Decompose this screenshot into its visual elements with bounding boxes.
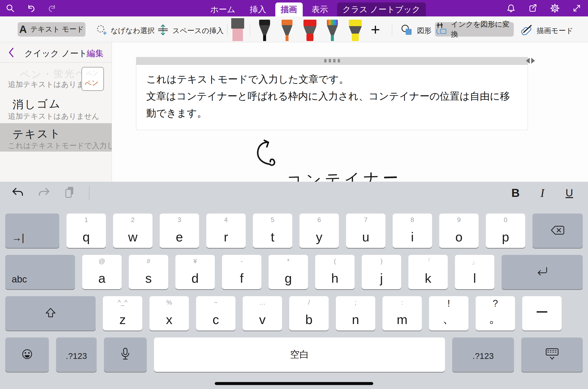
tab-insert[interactable]: 挿入 <box>244 2 272 16</box>
home-indicator[interactable] <box>215 382 373 385</box>
key-f[interactable]: -f <box>222 255 261 289</box>
key-j[interactable]: )j <box>362 255 401 289</box>
key-w[interactable]: 2w <box>113 214 152 248</box>
ink-arrow-drawing <box>246 136 281 170</box>
keyboard-accessory-bar: B I U <box>0 182 588 204</box>
key-comma[interactable]: !、 <box>429 296 468 331</box>
share-icon[interactable] <box>528 3 538 13</box>
tab-view[interactable]: 表示 <box>306 2 334 16</box>
key-a[interactable]: @a <box>82 255 122 289</box>
lasso-icon <box>95 24 107 38</box>
eraser-tool[interactable] <box>229 18 246 42</box>
rainbow-pen-tool[interactable] <box>323 20 342 42</box>
key-k[interactable]: 「k <box>408 255 448 289</box>
emoji-smiley-icon <box>21 348 34 362</box>
space-key[interactable]: 空白 <box>154 337 445 372</box>
key-b[interactable]: /b <box>289 296 329 331</box>
text-container[interactable]: これはテキストモードで入力した文章です。 文章はコンテイナーと呼ばれる枠内に入力… <box>136 57 528 130</box>
black-pen-tool[interactable] <box>255 20 274 42</box>
kb-undo-icon[interactable] <box>11 185 25 200</box>
kb-paste-icon[interactable] <box>63 185 77 200</box>
italic-button[interactable]: I <box>536 186 549 200</box>
container-drag-handle[interactable] <box>136 57 528 65</box>
key-period[interactable]: ?。 <box>476 296 515 331</box>
key-g[interactable]: *g <box>269 255 308 289</box>
container-resize-arrows-icon[interactable] <box>526 58 535 64</box>
orange-pen-tool[interactable] <box>278 20 296 42</box>
numbers-key-left[interactable]: .?123 <box>56 337 97 372</box>
key-d[interactable]: ¥d <box>175 255 215 289</box>
key-l[interactable]: 」l <box>455 255 494 289</box>
underline-button[interactable]: U <box>563 187 576 199</box>
return-icon <box>536 266 549 278</box>
draw-mode-button[interactable]: 描画モード <box>520 24 573 38</box>
key-s[interactable]: #s <box>129 255 168 289</box>
key-long-vowel[interactable]: ー <box>522 296 562 331</box>
text-mode-button[interactable]: A テキスト モード <box>18 22 85 37</box>
return-key[interactable] <box>502 255 583 289</box>
ink-to-shape-icon <box>435 22 448 37</box>
key-c[interactable]: ~c <box>196 296 235 331</box>
sidebar-header: クイック ノート 編集 <box>0 42 112 62</box>
onenote-app: ホーム 挿入 描画 表示 クラス ノートブック <box>0 0 588 389</box>
container-text[interactable]: これはテキストモードで入力した文章です。 文章はコンテイナーと呼ばれる枠内に入力… <box>136 65 528 130</box>
key-u[interactable]: 7u <box>346 214 385 248</box>
key-e[interactable]: 3e <box>160 214 199 248</box>
abc-key[interactable]: abc <box>5 255 75 289</box>
lasso-select-button[interactable]: なげなわ選択 <box>95 24 155 38</box>
red-marker-tool[interactable] <box>300 20 320 42</box>
keyboard-row-4: .?123 空白 .?123 <box>0 337 588 372</box>
search-icon[interactable] <box>5 3 15 13</box>
key-o[interactable]: 9o <box>439 214 479 248</box>
backspace-key[interactable] <box>532 214 583 248</box>
undo-icon[interactable] <box>26 3 36 13</box>
key-v[interactable]: …v <box>243 296 282 331</box>
emoji-key[interactable] <box>5 337 49 372</box>
dismiss-keyboard-key[interactable] <box>521 337 583 372</box>
key-q[interactable]: 1q <box>67 214 106 248</box>
note-item-text[interactable]: テキスト これはテキストモードで入力し… <box>0 123 112 152</box>
redo-icon[interactable] <box>47 3 57 13</box>
text-line-1: これはテキストモードで入力した文章です。 <box>146 71 518 88</box>
key-i[interactable]: 8i <box>393 214 432 248</box>
insert-space-button[interactable]: スペースの挿入 <box>157 24 224 38</box>
tab-home[interactable]: ホーム <box>205 2 241 16</box>
note-item-pen[interactable]: ペン・蛍光ペン 追加テキストはありま… ペン ペン <box>0 62 112 92</box>
tab-draw[interactable]: 描画 <box>275 2 303 16</box>
key-n[interactable]: ;n <box>336 296 375 331</box>
dictation-mic-key[interactable] <box>104 337 147 372</box>
text-line-2: 文章はコンテイナーと呼ばれる枠内に入力され、コンテイナーの位置は自由に移動できま… <box>146 88 518 121</box>
shapes-button[interactable]: 図形 <box>401 24 432 38</box>
notifications-bell-icon[interactable] <box>506 3 516 13</box>
key-p[interactable]: 0p <box>486 214 525 248</box>
dismiss-keyboard-icon <box>545 347 560 362</box>
tab-key[interactable]: →| <box>5 214 59 248</box>
key-z[interactable]: ^_^z <box>103 296 142 331</box>
note-item-eraser[interactable]: 消しゴム 追加テキストはありません <box>0 92 112 123</box>
key-r[interactable]: 4r <box>206 214 246 248</box>
key-h[interactable]: (h <box>315 255 355 289</box>
fullscreen-expand-icon[interactable] <box>572 3 582 13</box>
ios-keyboard: B I U →| 1q 2w 3e 4r 5t 6y 7u 8i 9o 0p <box>0 182 588 389</box>
tab-class-notebook[interactable]: クラス ノートブック <box>337 2 426 16</box>
numbers-key-right[interactable]: .?123 <box>452 337 514 372</box>
note-canvas[interactable]: これはテキストモードで入力した文章です。 文章はコンテイナーと呼ばれる枠内に入力… <box>112 42 588 182</box>
key-t[interactable]: 5t <box>253 214 292 248</box>
note-thumbnail: ペン ペン <box>81 67 104 91</box>
backspace-icon <box>550 224 566 237</box>
settings-gear-icon[interactable] <box>550 3 560 13</box>
edit-button[interactable]: 編集 <box>87 48 104 59</box>
keyboard-row-1: →| 1q 2w 3e 4r 5t 6y 7u 8i 9o 0p <box>0 214 588 248</box>
shift-key[interactable] <box>5 296 96 331</box>
ribbon-tabs: ホーム 挿入 描画 表示 クラス ノートブック <box>205 2 426 16</box>
note-title-handwritten: テキスト <box>12 126 61 142</box>
bold-button[interactable]: B <box>509 186 522 200</box>
kb-redo-icon[interactable] <box>37 185 51 200</box>
ink-to-shape-button[interactable]: インクを図形に変換 <box>435 22 514 37</box>
key-x[interactable]: %x <box>149 296 189 331</box>
key-y[interactable]: 6y <box>299 214 339 248</box>
add-pen-button[interactable]: + <box>371 20 380 39</box>
key-m[interactable]: :m <box>382 296 422 331</box>
yellow-highlighter-tool[interactable] <box>345 20 365 42</box>
top-bar: ホーム 挿入 描画 表示 クラス ノートブック <box>0 0 588 16</box>
